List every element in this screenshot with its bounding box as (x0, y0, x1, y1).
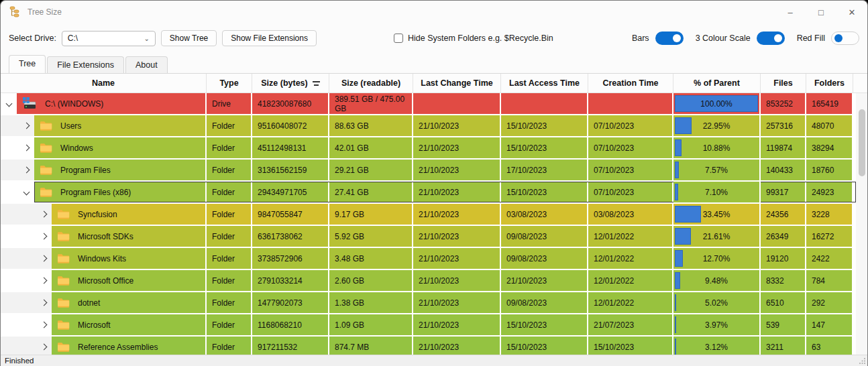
name-cell: Microsoft Office (52, 270, 207, 291)
toggle-bars[interactable] (655, 32, 684, 45)
chevron-collapsed-icon[interactable] (41, 211, 48, 218)
toggle-red-fill[interactable] (831, 32, 859, 45)
column-header-size-bytes[interactable]: Size (bytes) (252, 74, 329, 93)
files-cell: 8332 (761, 270, 806, 291)
maximize-icon: □ (818, 7, 824, 17)
size-bytes-cell: 2791033214 (252, 270, 329, 291)
tab-file-extensions[interactable]: File Extensions (47, 56, 124, 73)
column-header-type[interactable]: Type (207, 74, 252, 93)
size-bytes-cell: 9847055847 (252, 204, 329, 225)
status-bar: Finished (1, 355, 867, 366)
folder-icon (57, 209, 70, 219)
files-cell: 3211 (761, 337, 806, 355)
folders-cell: 292 (806, 292, 853, 313)
tab-about[interactable]: About (125, 56, 168, 73)
type-cell: Folder (207, 270, 252, 291)
tab-tree[interactable]: Tree (9, 55, 46, 73)
column-header-size-readable[interactable]: Size (readable) (329, 74, 413, 93)
column-header-folders[interactable]: Folders (806, 74, 853, 93)
last-change-cell: 21/10/2023 (413, 314, 501, 335)
title-bar: Tree Size – □ ✕ (1, 1, 867, 23)
show-tree-button[interactable]: Show Tree (161, 30, 217, 46)
column-header-files[interactable]: Files (761, 74, 806, 93)
maximize-button[interactable]: □ (806, 1, 836, 23)
show-file-extensions-button[interactable]: Show File Extensions (222, 30, 317, 46)
resize-grip-icon[interactable] (859, 357, 866, 365)
last-access-cell: 15/10/2023 (501, 182, 588, 202)
name-cell: dotnet (52, 292, 207, 313)
type-cell: Folder (207, 248, 252, 269)
percent-bar (675, 117, 692, 134)
scrollbar-thumb[interactable] (859, 109, 865, 176)
table-row[interactable]: UsersFolder9516040807288.63 GB21/10/2023… (1, 115, 867, 137)
chevron-expanded-icon[interactable] (6, 101, 13, 107)
percent-value: 3.97% (705, 320, 728, 330)
type-cell: Folder (207, 115, 252, 136)
table-row[interactable]: Program FilesFolder3136156215929.21 GB21… (1, 160, 867, 182)
close-button[interactable]: ✕ (836, 1, 867, 23)
table-row[interactable]: Microsoft SDKsFolder63617380625.92 GB21/… (1, 226, 867, 248)
drive-select-value: C:\ (68, 34, 78, 43)
item-name: Program Files (60, 166, 111, 175)
table-row[interactable]: Windows KitsFolder37385729063.48 GB21/10… (1, 248, 867, 270)
chevron-collapsed-icon[interactable] (23, 123, 30, 129)
tab-strip: TreeFile ExtensionsAbout (1, 53, 867, 73)
last-change-cell: 21/10/2023 (413, 248, 501, 269)
chevron-collapsed-icon[interactable] (41, 300, 48, 306)
creation-cell: 21/07/2023 (588, 314, 673, 335)
folder-icon (57, 253, 70, 263)
percent-bar (675, 162, 679, 178)
percent-bar (675, 272, 680, 289)
last-access-cell: 09/08/2023 (501, 292, 588, 313)
chevron-collapsed-icon[interactable] (41, 255, 48, 262)
item-name: Microsoft (78, 320, 111, 330)
last-change-cell: 21/10/2023 (413, 226, 501, 247)
chevron-collapsed-icon[interactable] (23, 145, 30, 151)
size-readable-cell: 1.38 GB (329, 292, 413, 313)
chevron-collapsed-icon[interactable] (23, 167, 30, 174)
folder-icon (40, 165, 52, 175)
percent-bar (675, 228, 691, 245)
table-row[interactable]: Microsoft OfficeFolder27910332142.60 GB2… (1, 270, 867, 292)
table-row[interactable]: MicrosoftFolder11680682101.09 GB21/10/20… (1, 314, 867, 337)
table-row[interactable]: WindowsFolder4511249813142.01 GB21/10/20… (1, 137, 867, 160)
column-header-pct-of-parent[interactable]: % of Parent (673, 74, 761, 93)
column-header-last-access[interactable]: Last Access Time (501, 74, 588, 93)
hide-system-folders-checkbox[interactable] (394, 34, 403, 43)
chevron-collapsed-icon[interactable] (41, 278, 48, 284)
folder-icon (57, 298, 70, 308)
percent-value: 3.12% (705, 343, 728, 352)
column-header-name[interactable]: Name (1, 74, 207, 93)
tree-table: Name Type Size (bytes) Size (readable) L… (1, 73, 867, 355)
table-row[interactable]: Program Files (x86)Folder2943497170527.4… (1, 182, 867, 204)
chevron-collapsed-icon[interactable] (41, 233, 48, 240)
files-cell: 539 (761, 314, 806, 335)
chevron-collapsed-icon[interactable] (41, 344, 48, 351)
windows-drive-icon (22, 97, 37, 110)
table-row[interactable]: SyncfusionFolder98470558479.17 GB21/10/2… (1, 204, 867, 226)
tree-indent (1, 160, 34, 180)
close-icon: ✕ (849, 7, 856, 17)
files-cell: 140433 (761, 160, 806, 180)
table-row[interactable]: C:\ (WINDOWS)Drive418230087680389.51 GB … (1, 93, 867, 115)
chevron-expanded-icon[interactable] (23, 189, 30, 196)
type-cell: Folder (207, 226, 252, 247)
column-header-last-change[interactable]: Last Change Time (413, 74, 501, 93)
minimize-button[interactable]: – (775, 1, 806, 23)
percent-of-parent-cell: 3.97% (673, 314, 761, 335)
drive-select[interactable]: C:\ ⌄ (62, 31, 156, 46)
last-access-cell: 17/10/2023 (501, 160, 588, 180)
table-row[interactable]: dotnetFolder14779020731.38 GB21/10/20230… (1, 292, 867, 314)
column-header-creation[interactable]: Creation Time (588, 74, 673, 93)
table-row[interactable]: Reference AssembliesFolder917211532874.7… (1, 337, 867, 355)
percent-of-parent-cell: 5.02% (673, 292, 761, 313)
folders-cell: 16272 (806, 226, 853, 247)
toggle-3-colour-scale[interactable] (757, 32, 785, 45)
percent-value: 7.57% (705, 166, 728, 175)
vertical-scrollbar[interactable] (856, 93, 867, 355)
files-cell: 26349 (761, 226, 806, 247)
creation-cell: 12/01/2022 (588, 226, 673, 247)
chevron-collapsed-icon[interactable] (41, 322, 48, 328)
last-access-cell: 09/08/2023 (501, 248, 588, 269)
select-drive-label: Select Drive: (9, 34, 56, 43)
